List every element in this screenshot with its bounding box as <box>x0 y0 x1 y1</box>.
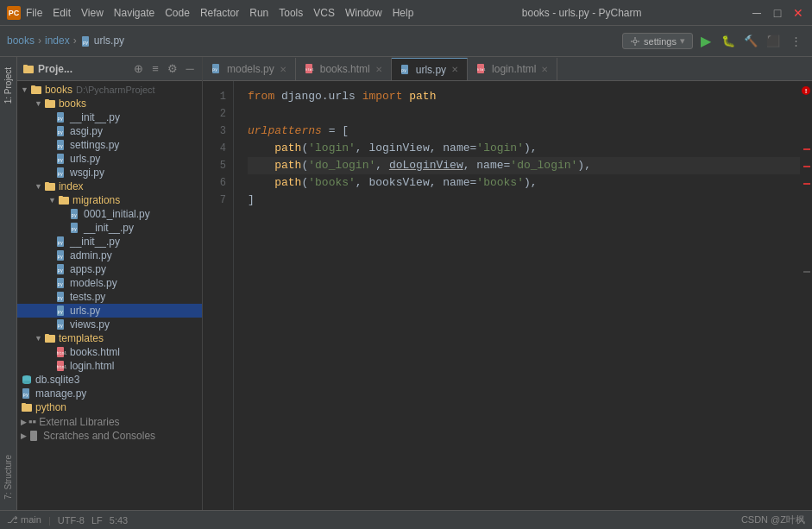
code-editor[interactable]: 1 2 3 4 5 6 7 from django.urls import pa… <box>203 81 812 510</box>
close-button[interactable]: ✕ <box>791 6 805 20</box>
tree-item-initial[interactable]: py 0001_initial.py <box>17 207 202 221</box>
view-menu[interactable]: View <box>81 7 104 19</box>
maximize-button[interactable]: □ <box>771 6 784 20</box>
tree-item-login-html[interactable]: html login.html <box>17 359 202 373</box>
breadcrumb-books[interactable]: books <box>7 35 35 47</box>
structure-tab[interactable]: 7: Structure <box>2 448 15 507</box>
tree-item-init3[interactable]: py __init__.py <box>17 235 202 249</box>
tab-login-html[interactable]: html login.html ✕ <box>468 58 557 80</box>
tree-item-settings[interactable]: py settings.py <box>17 138 202 152</box>
svg-text:py: py <box>58 240 64 246</box>
line-numbers: 1 2 3 4 5 6 7 <box>203 81 234 510</box>
tree-item-urls1[interactable]: py urls.py <box>17 152 202 166</box>
bottom-bar: ⎇ main | UTF-8 LF 5:43 CSDN @Z叶枫 <box>0 510 812 529</box>
tree-item-manage[interactable]: py manage.py <box>17 387 202 400</box>
svg-text:html: html <box>57 364 67 369</box>
svg-text:py: py <box>72 212 78 218</box>
refactor-menu[interactable]: Refactor <box>200 7 239 19</box>
run-button[interactable]: ▶ <box>696 32 715 51</box>
file-menu[interactable]: File <box>26 7 42 19</box>
tree-item-index[interactable]: ▼ index <box>17 179 202 193</box>
token <box>248 174 274 192</box>
encoding[interactable]: UTF-8 <box>58 515 85 526</box>
minimize-button[interactable]: ─ <box>750 6 764 20</box>
token: 'books' <box>308 174 356 192</box>
tab-urls-active[interactable]: py urls.py ✕ <box>392 58 468 80</box>
close-tab-login-html[interactable]: ✕ <box>541 65 548 74</box>
tree-item-books-sub[interactable]: ▼ books <box>17 97 202 110</box>
tree-item-tests[interactable]: py tests.py <box>17 290 202 304</box>
tree-item-db[interactable]: db.sqlite3 <box>17 373 202 387</box>
label: index <box>59 180 84 192</box>
token <box>248 140 274 157</box>
sync-icon[interactable]: ⊕ <box>131 62 145 76</box>
window-menu[interactable]: Window <box>345 7 382 19</box>
svg-rect-42 <box>45 334 49 337</box>
git-branch[interactable]: ⎇ main <box>7 514 41 526</box>
tree-item-urls-selected[interactable]: py urls.py <box>17 304 202 318</box>
panel-header: Proje... ⊕ ≡ ⚙ ─ <box>17 57 202 81</box>
label: urls.py <box>70 153 100 165</box>
folder-icon <box>44 180 56 192</box>
close-tab-models[interactable]: ✕ <box>280 65 286 74</box>
run-menu[interactable]: Run <box>249 7 268 19</box>
build-button[interactable]: 🔨 <box>741 32 760 51</box>
debug-button[interactable]: 🐛 <box>719 32 738 51</box>
tree-item-asgi[interactable]: py asgi.py <box>17 124 202 138</box>
tree-item-views[interactable]: py views.py <box>17 318 202 331</box>
stop-button[interactable]: ⬛ <box>764 32 783 51</box>
svg-text:py: py <box>212 66 217 72</box>
tree-item-init1[interactable]: py __init__.py <box>17 110 202 124</box>
tree-item-scratches[interactable]: ▶ Scratches and Consoles <box>17 429 202 443</box>
settings-button[interactable]: settings ▾ <box>622 33 693 49</box>
tree-item-init2[interactable]: py __init__.py <box>17 221 202 235</box>
project-tab[interactable]: 1: Project <box>2 60 15 110</box>
code-menu[interactable]: Code <box>165 7 190 19</box>
tree-item-apps[interactable]: py apps.py <box>17 262 202 276</box>
title-bar-left: PC File Edit View Navigate Code Refactor… <box>7 6 413 20</box>
tree-item-models[interactable]: py models.py <box>17 276 202 290</box>
breadcrumb-index[interactable]: index <box>45 35 70 47</box>
breadcrumb-file[interactable]: pyurls.py <box>80 35 124 47</box>
token: from <box>248 88 281 105</box>
token: ( <box>301 174 308 192</box>
collapse-icon[interactable]: ≡ <box>148 62 162 76</box>
tree-item-python[interactable]: python <box>17 400 202 414</box>
tree-item-migrations[interactable]: ▼ migrations <box>17 193 202 207</box>
close-tab-books-html[interactable]: ✕ <box>375 65 382 74</box>
code-line-5: path('do_login', doLoginView, name='do_l… <box>248 157 800 174</box>
edit-menu[interactable]: Edit <box>53 7 71 19</box>
tree-item-wsgi[interactable]: py wsgi.py <box>17 166 202 179</box>
settings-panel-icon[interactable]: ⚙ <box>166 62 179 76</box>
html-file-icon: html <box>55 346 67 358</box>
code-line-3: urlpatterns = [ <box>248 123 800 140</box>
tab-models[interactable]: py models.py ✕ <box>203 58 296 80</box>
title-bar-controls: ─ □ ✕ <box>750 6 805 20</box>
settings-dropdown-icon: ▾ <box>680 35 685 47</box>
tree-item-books-root[interactable]: ▼ books D:\PycharmProject <box>17 83 202 97</box>
svg-text:py: py <box>58 157 64 163</box>
py-file-icon: py <box>55 249 67 261</box>
app-icon: PC <box>7 6 21 20</box>
line-ending[interactable]: LF <box>91 515 103 526</box>
help-menu[interactable]: Help <box>393 7 414 19</box>
label: db.sqlite3 <box>35 374 79 386</box>
code-line-6: path('books', booksView, name='books'), <box>248 174 800 192</box>
navigate-menu[interactable]: Navigate <box>114 7 154 19</box>
tree-item-books-html[interactable]: html books.html <box>17 345 202 359</box>
svg-text:py: py <box>58 143 64 149</box>
scratches-icon <box>28 430 41 442</box>
tree-item-ext-libs[interactable]: ▶ ▪▪ External Libraries <box>17 414 202 429</box>
tree-item-admin[interactable]: py admin.py <box>17 249 202 262</box>
vcs-menu[interactable]: VCS <box>313 7 335 19</box>
code-content[interactable]: from django.urls import path urlpatterns… <box>234 81 800 510</box>
token: name <box>443 174 469 192</box>
svg-text:py: py <box>58 116 64 122</box>
svg-text:py: py <box>58 129 64 135</box>
more-button[interactable]: ⋮ <box>786 32 805 51</box>
tree-item-templates[interactable]: ▼ templates <box>17 331 202 345</box>
hide-panel-icon[interactable]: ─ <box>183 62 197 76</box>
close-tab-urls[interactable]: ✕ <box>451 65 458 74</box>
tab-books-html[interactable]: html books.html ✕ <box>296 58 392 80</box>
tools-menu[interactable]: Tools <box>279 7 303 19</box>
